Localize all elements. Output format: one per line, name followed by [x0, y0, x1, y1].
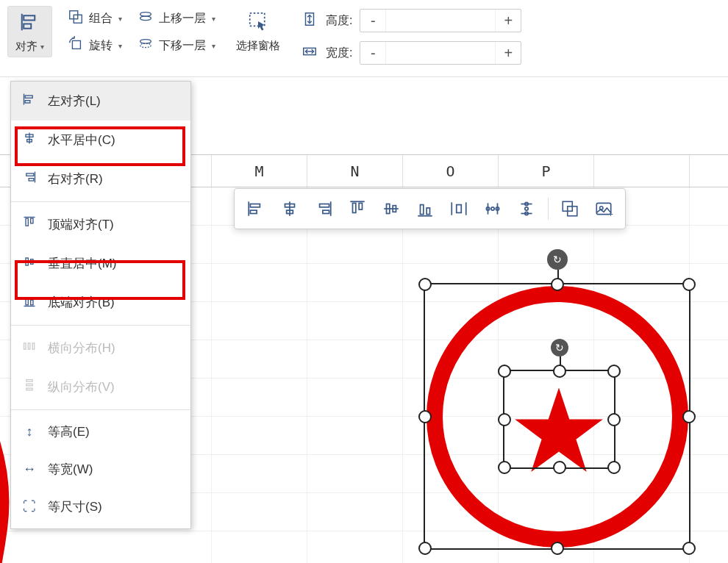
width-increase-button[interactable]: + [496, 42, 521, 64]
svg-rect-46 [320, 204, 329, 207]
height-increase-button[interactable]: + [496, 10, 521, 32]
menu-item-label: 横向分布(H) [48, 340, 115, 356]
resize-handle-nw[interactable] [418, 278, 432, 291]
svg-rect-33 [24, 343, 26, 349]
menu-item-label: 顶端对齐(T) [48, 216, 114, 233]
resize-handle-se[interactable] [607, 461, 621, 474]
tb-align-center-h[interactable] [274, 193, 305, 224]
menu-equal-width[interactable]: ↔ 等宽(W) [11, 451, 190, 488]
chevron-down-icon: ▾ [212, 42, 215, 50]
tb-align-middle-v[interactable] [376, 193, 407, 224]
align-icon [19, 11, 41, 38]
width-value-input[interactable] [385, 42, 496, 64]
bring-forward-icon [137, 9, 154, 29]
tb-align-right[interactable] [308, 193, 339, 224]
equal-width-icon: ↔ [21, 462, 38, 477]
height-row: 高度: - + [301, 9, 521, 32]
tb-distribute-h2[interactable] [477, 193, 508, 224]
resize-handle-sw[interactable] [418, 542, 432, 555]
bring-forward-button[interactable]: 上移一层 ▾ [137, 9, 215, 29]
menu-item-label: 等宽(W) [48, 461, 93, 478]
menu-separator [11, 409, 190, 410]
resize-handle-sw[interactable] [498, 461, 511, 474]
send-backward-button[interactable]: 下移一层 ▾ [137, 36, 215, 56]
svg-rect-50 [359, 203, 362, 209]
tb-image-options[interactable]: + [588, 193, 619, 224]
menu-align-middle-v[interactable]: 垂直居中(M) [11, 244, 190, 283]
resize-handle-w[interactable] [498, 413, 511, 426]
rotation-handle[interactable]: ↻ [547, 249, 568, 270]
align-bottom-icon [21, 293, 38, 312]
width-decrease-button[interactable]: - [360, 42, 385, 64]
resize-handle-nw[interactable] [498, 365, 511, 378]
svg-rect-47 [323, 210, 329, 213]
menu-distribute-h: 横向分布(H) [11, 329, 190, 367]
inner-selection-box[interactable]: ↻ [503, 370, 615, 469]
svg-rect-34 [28, 343, 30, 349]
distribute-h-icon [21, 339, 38, 357]
menu-align-top[interactable]: 顶端对齐(T) [11, 205, 190, 244]
tb-align-top[interactable] [342, 193, 373, 224]
svg-rect-36 [26, 380, 32, 382]
menu-item-label: 水平居中(C) [48, 132, 115, 148]
column-header[interactable] [594, 155, 690, 187]
resize-handle-se[interactable] [682, 542, 696, 555]
svg-rect-1 [24, 15, 35, 20]
resize-handle-ne[interactable] [682, 278, 696, 291]
column-header[interactable]: P [499, 155, 594, 187]
send-backward-icon [137, 36, 154, 56]
svg-rect-41 [250, 210, 257, 213]
svg-rect-40 [250, 204, 260, 207]
chevron-down-icon: ▾ [40, 43, 44, 51]
toolbar-separator [548, 198, 549, 220]
resize-handle-s[interactable] [553, 461, 566, 474]
menu-item-label: 左对齐(L) [48, 93, 101, 110]
ribbon-toolbar: 对齐▾ 组合 ▾ 旋转 ▾ 上移一层 ▾ [0, 0, 728, 77]
menu-equal-size[interactable]: ⛶ 等尺寸(S) [11, 488, 190, 526]
svg-rect-26 [31, 218, 33, 223]
height-decrease-button[interactable]: - [360, 10, 385, 32]
equal-size-icon: ⛶ [21, 499, 38, 514]
selection-pane-button[interactable]: 选择窗格 [230, 6, 286, 57]
rotate-icon [67, 36, 85, 56]
menu-separator [11, 201, 190, 202]
width-spinner[interactable]: - + [360, 41, 521, 65]
svg-rect-32 [31, 300, 33, 305]
height-value-input[interactable] [385, 10, 496, 32]
resize-handle-n[interactable] [553, 365, 566, 378]
align-dropdown-button[interactable]: 对齐▾ [7, 6, 52, 57]
align-center-h-icon [21, 131, 38, 149]
tb-distribute-v[interactable] [511, 193, 542, 224]
svg-rect-2 [24, 24, 31, 29]
resize-handle-ne[interactable] [607, 365, 621, 378]
equal-height-icon: ↕ [21, 424, 38, 440]
svg-rect-49 [353, 203, 356, 212]
menu-align-center-h[interactable]: 水平居中(C) [11, 121, 190, 159]
group-label: 组合 [89, 11, 113, 26]
svg-rect-22 [26, 173, 34, 176]
resize-handle-s[interactable] [551, 542, 564, 555]
resize-handle-w[interactable] [418, 410, 432, 423]
menu-align-right[interactable]: 右对齐(R) [11, 159, 190, 198]
column-header[interactable]: O [403, 155, 499, 187]
height-spinner[interactable]: - + [360, 9, 521, 32]
resize-handle-e[interactable] [682, 410, 696, 423]
tb-distribute-h[interactable] [443, 193, 474, 224]
column-header[interactable]: M [212, 155, 307, 187]
rotate-button[interactable]: 旋转 ▾ [67, 36, 122, 56]
rotation-handle[interactable]: ↻ [551, 339, 568, 356]
svg-text:+: + [609, 209, 613, 218]
resize-handle-n[interactable] [551, 278, 564, 291]
tb-align-left[interactable] [240, 193, 271, 224]
tb-align-bottom[interactable] [410, 193, 440, 224]
menu-equal-height[interactable]: ↕ 等高(E) [11, 413, 190, 451]
svg-point-6 [140, 12, 151, 16]
menu-distribute-v: 纵向分布(V) [11, 367, 190, 406]
group-button[interactable]: 组合 ▾ [67, 9, 122, 29]
column-header[interactable]: N [307, 155, 403, 187]
tb-group[interactable] [554, 193, 585, 224]
menu-align-bottom[interactable]: 底端对齐(B) [11, 283, 190, 322]
menu-align-left[interactable]: 左对齐(L) [11, 82, 190, 121]
resize-handle-e[interactable] [607, 413, 621, 426]
group-icon [67, 9, 85, 29]
